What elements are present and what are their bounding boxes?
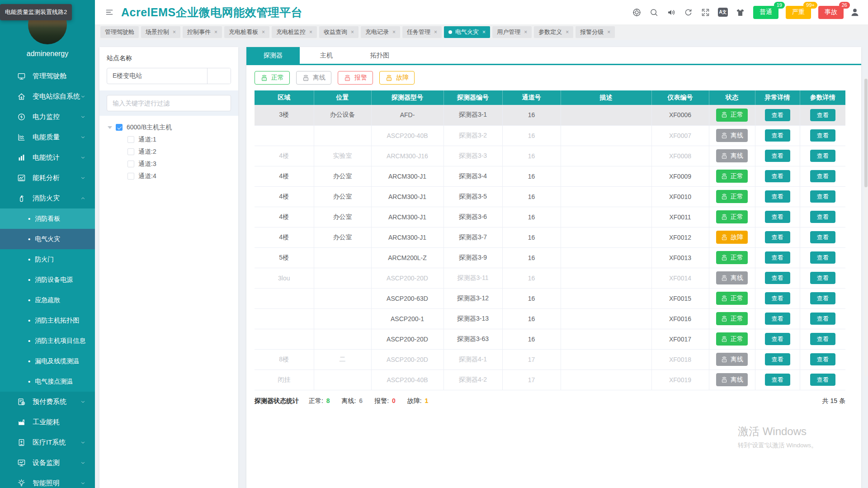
search-icon[interactable]	[649, 8, 659, 17]
close-icon[interactable]: ×	[351, 29, 354, 35]
tab-chip[interactable]: 控制事件×	[183, 26, 222, 38]
alarm-button-normal[interactable]: 普通19	[753, 6, 778, 19]
aim-icon[interactable]	[632, 8, 642, 17]
view-button[interactable]: 查看	[810, 211, 835, 223]
tree-filter-input[interactable]	[107, 95, 231, 111]
tab-chip[interactable]: 电气火灾×	[444, 26, 490, 38]
sidebar-subitem[interactable]: •消防主机拓扑图	[0, 310, 95, 331]
user-icon[interactable]	[850, 7, 860, 17]
view-button[interactable]: 查看	[765, 150, 790, 162]
theme-icon[interactable]	[736, 8, 745, 17]
sidebar-subitem[interactable]: •电气火灾	[0, 229, 95, 249]
view-button[interactable]: 查看	[810, 272, 835, 284]
child-checkbox[interactable]	[127, 148, 134, 155]
tab-chip[interactable]: 任务管理×	[402, 26, 442, 38]
close-icon[interactable]: ×	[173, 29, 176, 35]
view-button[interactable]: 查看	[810, 353, 835, 365]
view-button[interactable]: 查看	[810, 313, 835, 325]
tree-node-child[interactable]: 通道:1	[107, 133, 231, 146]
filter-button-fault[interactable]: 故障	[379, 71, 415, 85]
view-button[interactable]: 查看	[810, 170, 835, 182]
site-search-input[interactable]	[107, 68, 207, 84]
table-row[interactable]: ASCP200-1探测器3-1316XF0016正常查看查看	[255, 308, 845, 329]
sidebar-subitem[interactable]: •消防设备电源	[0, 270, 95, 290]
tree-node-child[interactable]: 通道:3	[107, 158, 231, 170]
scrollbar-thumb[interactable]	[864, 79, 868, 187]
close-icon[interactable]: ×	[392, 29, 396, 35]
view-button[interactable]: 查看	[765, 333, 790, 345]
view-button[interactable]: 查看	[810, 292, 835, 304]
translate-icon[interactable]: A文	[718, 8, 728, 17]
hamburger-icon[interactable]	[105, 8, 114, 17]
view-button[interactable]: 查看	[765, 313, 790, 325]
view-button[interactable]: 查看	[765, 211, 790, 223]
view-button[interactable]: 查看	[810, 109, 835, 121]
view-button[interactable]: 查看	[810, 129, 835, 142]
tab-chip[interactable]: 场景控制×	[141, 26, 180, 38]
table-row[interactable]: 4楼办公室ARCM300-J1探测器3-416XF0009正常查看查看	[255, 166, 845, 186]
tree-node-child[interactable]: 通道:2	[107, 146, 231, 158]
close-icon[interactable]: ×	[566, 29, 569, 35]
view-button[interactable]: 查看	[765, 231, 790, 243]
table-row[interactable]: 4楼办公室ARCM300-J1探测器3-716XF0012故障查看查看	[255, 227, 845, 247]
tab-chip[interactable]: 管理驾驶舱	[100, 26, 139, 38]
tab-chip[interactable]: 报警分级×	[576, 26, 615, 38]
view-button[interactable]: 查看	[810, 190, 835, 203]
tab-探测器[interactable]: 探测器	[246, 47, 300, 64]
view-button[interactable]: 查看	[765, 129, 790, 142]
view-button[interactable]: 查看	[810, 231, 835, 243]
table-row[interactable]: 4楼办公室ARCM300-J1探测器3-616XF0011正常查看查看	[255, 207, 845, 227]
close-icon[interactable]: ×	[434, 29, 437, 35]
child-checkbox[interactable]	[127, 161, 134, 167]
view-button[interactable]: 查看	[765, 109, 790, 121]
sidebar-item[interactable]: 电能统计	[0, 147, 95, 168]
sound-icon[interactable]	[666, 8, 676, 17]
tab-chip[interactable]: 充电桩监控×	[272, 26, 317, 38]
close-icon[interactable]: ×	[607, 29, 610, 35]
table-row[interactable]: ASCP200-40B探测器3-216XF0007离线查看查看	[255, 125, 845, 146]
view-button[interactable]: 查看	[810, 333, 835, 345]
sidebar-item[interactable]: 变电站综自系统	[0, 86, 95, 107]
tab-拓扑图[interactable]: 拓扑图	[353, 47, 406, 64]
close-icon[interactable]: ×	[482, 29, 486, 35]
view-button[interactable]: 查看	[765, 292, 790, 304]
tab-chip[interactable]: 收益查询×	[319, 26, 359, 38]
close-icon[interactable]: ×	[262, 29, 265, 35]
sidebar-item[interactable]: 设备监测	[0, 453, 95, 473]
table-row[interactable]: 闭挂ASCP200-40B探测器4-217XF0019离线查看查看	[255, 370, 845, 390]
sidebar-item[interactable]: 医疗IT系统	[0, 432, 95, 453]
sidebar-item[interactable]: 能耗分析	[0, 168, 95, 188]
close-icon[interactable]: ×	[214, 29, 217, 35]
tab-chip[interactable]: 参数定义×	[534, 26, 573, 38]
filter-button-offline[interactable]: 离线	[296, 71, 331, 85]
filter-button-alarm[interactable]: 报警	[338, 71, 373, 85]
table-row[interactable]: 3louASCP200-20D探测器3-1116XF0014离线查看查看	[255, 268, 845, 288]
tab-chip[interactable]: 用户管理×	[492, 26, 532, 38]
sidebar-item[interactable]: 工业能耗	[0, 412, 95, 432]
caret-down-icon[interactable]	[108, 126, 112, 129]
table-row[interactable]: 8楼二ASCP200-20D探测器4-117XF0018离线查看查看	[255, 349, 845, 370]
sidebar-subitem[interactable]: •消防看板	[0, 208, 95, 229]
close-icon[interactable]: ×	[309, 29, 312, 35]
view-button[interactable]: 查看	[765, 272, 790, 284]
table-row[interactable]: 4楼实验室ARCM300-J16探测器3-316XF0008离线查看查看	[255, 146, 845, 166]
table-scrollbar[interactable]	[864, 77, 868, 376]
sidebar-item[interactable]: 电能质量	[0, 127, 95, 147]
view-button[interactable]: 查看	[765, 353, 790, 365]
tab-chip[interactable]: 充电桩看板×	[224, 26, 269, 38]
sidebar-item[interactable]: 消防火灾	[0, 188, 95, 208]
table-row[interactable]: 3楼办公设备AFD-探测器3-116XF0006正常查看查看	[255, 105, 845, 125]
view-button[interactable]: 查看	[810, 150, 835, 162]
sidebar-subitem[interactable]: •消防主机项目信息	[0, 331, 95, 351]
sidebar-item[interactable]: 电力监控	[0, 107, 95, 127]
tab-主机[interactable]: 主机	[300, 47, 353, 64]
root-checkbox[interactable]	[116, 124, 123, 131]
view-button[interactable]: 查看	[765, 374, 790, 386]
fullscreen-icon[interactable]	[701, 8, 710, 17]
view-button[interactable]: 查看	[810, 251, 835, 264]
view-button[interactable]: 查看	[765, 251, 790, 264]
view-button[interactable]: 查看	[765, 190, 790, 203]
sidebar-item[interactable]: 管理驾驶舱	[0, 66, 95, 86]
table-row[interactable]: 4楼办公室ARCM300-J1探测器3-516XF0010正常查看查看	[255, 186, 845, 207]
table-row[interactable]: 5楼ARCM200L-Z探测器3-916XF0013正常查看查看	[255, 247, 845, 268]
